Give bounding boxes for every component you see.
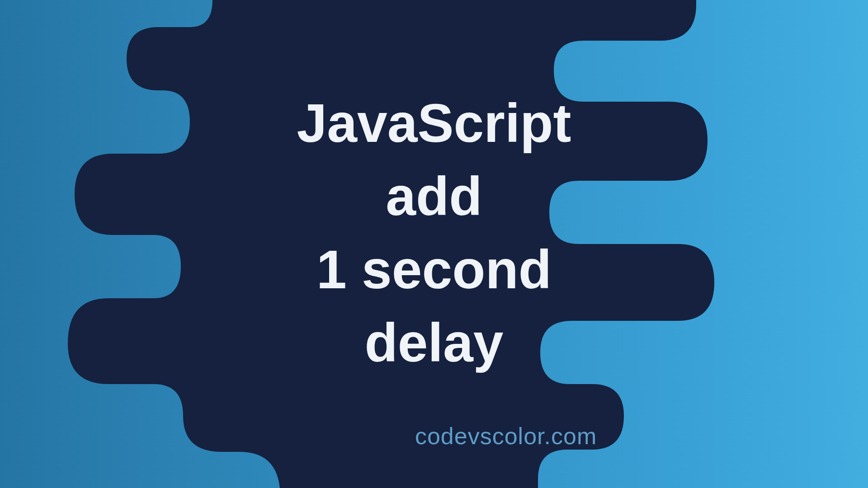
content-area: JavaScript add 1 second delay codevscolo… <box>0 0 868 488</box>
main-title: JavaScript add 1 second delay <box>297 86 571 379</box>
site-name-label: codevscolor.com <box>415 422 597 450</box>
title-line-4: delay <box>297 306 571 379</box>
title-line-2: add <box>297 160 571 233</box>
title-line-1: JavaScript <box>297 86 571 160</box>
title-line-3: 1 second <box>297 233 571 306</box>
